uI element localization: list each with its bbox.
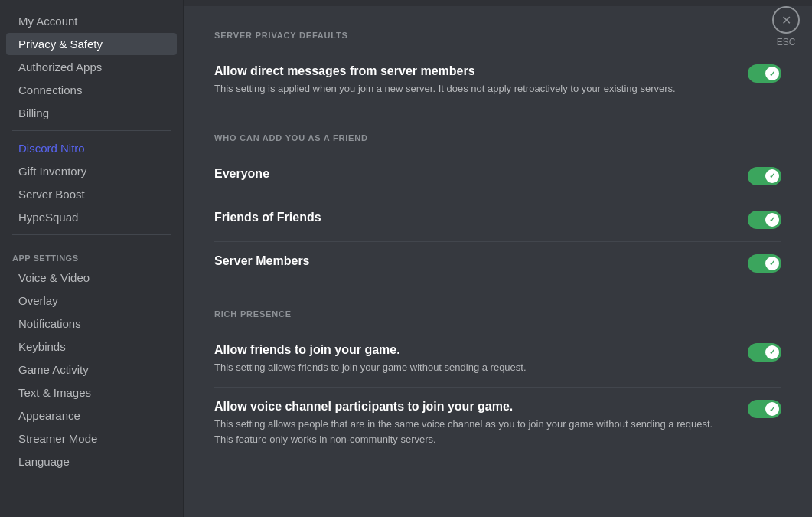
esc-circle-icon: ✕ (772, 6, 800, 34)
toggle-knob-server-members: ✓ (765, 257, 779, 270)
setting-row-server-members: Server Members✓ (214, 242, 781, 285)
setting-title-direct-messages: Allow direct messages from server member… (214, 64, 729, 78)
main-content: Server Privacy DefaultsAllow direct mess… (184, 6, 812, 517)
toggle-direct-messages[interactable]: ✓ (748, 64, 781, 83)
toggle-knob-friends-of-friends: ✓ (765, 213, 779, 227)
setting-title-allow-friends-join: Allow friends to join your game. (214, 343, 729, 357)
setting-row-everyone: Everyone✓ (214, 155, 781, 198)
toggle-check-icon-direct-messages: ✓ (769, 70, 775, 78)
esc-label: ESC (777, 37, 796, 47)
sidebar-item-connections[interactable]: Connections (6, 79, 177, 101)
sidebar-item-billing[interactable]: Billing (6, 102, 177, 124)
toggle-check-icon-allow-friends-join: ✓ (769, 348, 775, 356)
toggle-check-icon-server-members: ✓ (769, 259, 775, 267)
toggle-knob-allow-friends-join: ✓ (765, 345, 779, 359)
sidebar-item-hypesquad[interactable]: HypeSquad (6, 206, 177, 228)
setting-text-friends-of-friends: Friends of Friends (214, 211, 748, 227)
section-header-server-privacy-defaults: Server Privacy Defaults (214, 31, 781, 40)
setting-title-everyone: Everyone (214, 167, 729, 181)
sidebar-item-authorized-apps[interactable]: Authorized Apps (6, 56, 177, 78)
toggle-check-icon-friends-of-friends: ✓ (769, 215, 775, 224)
sidebar-item-voice-video[interactable]: Voice & Video (6, 267, 177, 289)
setting-text-direct-messages: Allow direct messages from server member… (214, 64, 748, 97)
toggle-knob-direct-messages: ✓ (765, 67, 779, 80)
sidebar-item-game-activity[interactable]: Game Activity (6, 358, 177, 381)
setting-title-server-members: Server Members (214, 254, 729, 268)
sidebar-divider-2 (12, 234, 171, 235)
sidebar-item-text-images[interactable]: Text & Images (6, 381, 177, 404)
toggle-check-icon-allow-voice-channel: ✓ (769, 405, 775, 414)
sidebar-item-language[interactable]: Language (6, 450, 177, 473)
setting-row-allow-voice-channel: Allow voice channel participants to join… (214, 388, 781, 459)
section-rich-presence: Rich PresenceAllow friends to join your … (214, 309, 781, 460)
setting-row-allow-friends-join: Allow friends to join your game.This set… (214, 331, 781, 388)
setting-desc-allow-voice-channel: This setting allows people that are in t… (214, 417, 729, 447)
sidebar-item-gift-inventory[interactable]: Gift Inventory (6, 160, 177, 182)
toggle-everyone[interactable]: ✓ (748, 167, 781, 185)
setting-desc-direct-messages: This setting is applied when you join a … (214, 81, 729, 97)
sidebar-item-keybinds[interactable]: Keybinds (6, 335, 177, 358)
sidebar-item-appearance[interactable]: Appearance (6, 404, 177, 427)
toggle-check-icon-everyone: ✓ (769, 172, 775, 180)
toggle-allow-voice-channel[interactable]: ✓ (748, 400, 781, 418)
sidebar-divider-1 (12, 130, 171, 131)
app-settings-label: App Settings (0, 241, 183, 266)
sidebar-item-privacy-safety[interactable]: Privacy & Safety (6, 33, 177, 55)
sidebar-item-notifications[interactable]: Notifications (6, 312, 177, 335)
setting-text-everyone: Everyone (214, 167, 748, 184)
sidebar-item-streamer-mode[interactable]: Streamer Mode (6, 427, 177, 450)
sidebar-item-discord-nitro[interactable]: Discord Nitro (6, 137, 177, 159)
setting-text-allow-voice-channel: Allow voice channel participants to join… (214, 400, 748, 447)
toggle-allow-friends-join[interactable]: ✓ (748, 343, 781, 362)
section-header-rich-presence: Rich Presence (214, 309, 781, 319)
esc-button[interactable]: ✕ ESC (772, 6, 800, 47)
section-who-can-add: Who Can Add You As A FriendEveryone✓Frie… (214, 133, 781, 285)
setting-text-server-members: Server Members (214, 254, 748, 271)
setting-row-friends-of-friends: Friends of Friends✓ (214, 198, 781, 242)
sidebar-item-overlay[interactable]: Overlay (6, 290, 177, 312)
setting-title-allow-voice-channel: Allow voice channel participants to join… (214, 400, 729, 414)
sidebar-item-my-account[interactable]: My Account (6, 10, 177, 32)
section-header-who-can-add: Who Can Add You As A Friend (214, 133, 781, 142)
toggle-server-members[interactable]: ✓ (748, 254, 781, 273)
setting-row-direct-messages: Allow direct messages from server member… (214, 52, 781, 109)
sidebar-item-server-boost[interactable]: Server Boost (6, 183, 177, 205)
toggle-knob-everyone: ✓ (765, 169, 779, 183)
toggle-knob-allow-voice-channel: ✓ (765, 402, 779, 416)
setting-text-allow-friends-join: Allow friends to join your game.This set… (214, 343, 748, 375)
setting-title-friends-of-friends: Friends of Friends (214, 211, 729, 224)
setting-desc-allow-friends-join: This setting allows friends to join your… (214, 360, 729, 375)
toggle-friends-of-friends[interactable]: ✓ (748, 211, 781, 229)
section-server-privacy-defaults: Server Privacy DefaultsAllow direct mess… (214, 31, 781, 109)
sidebar: My AccountPrivacy & SafetyAuthorized App… (0, 0, 184, 517)
